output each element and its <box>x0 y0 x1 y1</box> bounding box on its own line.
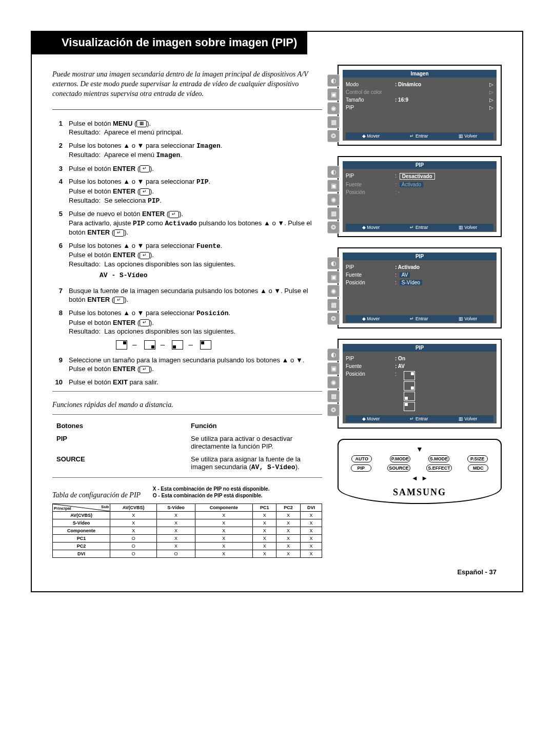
step-6: 6 Pulse los botones ▲ o ▼ para seleccion… <box>52 241 322 282</box>
remote-btn-pip: PIP <box>351 464 371 472</box>
svg-line-0 <box>53 504 110 511</box>
step-8: 8 Pulse los botones ▲ o ▼ para seleccion… <box>52 308 322 352</box>
page-title: Visualización de imagen sobre imagen (PI… <box>31 31 307 54</box>
right-column: ◐▣◉▦❂ Imagen Modo: Dinámico▷ Control de … <box>338 65 502 558</box>
osd-screenshot-2: ◐▣◉▦❂ PIP PIP: Desactivado Fuente: Activ… <box>338 156 502 237</box>
left-column: Puede mostrar una imagen secundaria dent… <box>52 65 322 558</box>
quick-functions-title: Funciones rápidas del mando a distancia. <box>52 401 322 409</box>
remote-btn-smode: S.MODE <box>428 455 450 462</box>
step-5: 5 Pulse de nuevo el botón ENTER (↵). Par… <box>52 209 322 237</box>
pip-config-title: Tabla de configuración de PIP <box>52 491 141 499</box>
remote-btn-seffect: S.EFFECT <box>426 464 452 472</box>
step-2: 2 Pulse los botones ▲ o ▼ para seleccion… <box>52 141 322 160</box>
osd-screenshot-3: ◐▣◉▦❂ PIP PIP: Activado Fuente: AV Posic… <box>338 247 502 328</box>
remote-btn-auto: AUTO <box>351 455 372 462</box>
step-9: 9 Seleccione un tamaño para la imagen se… <box>52 356 322 374</box>
pip-config-legend: X - Esta combinación de PIP no está disp… <box>153 486 270 499</box>
step-3: 3 Pulse el botón ENTER (↵). <box>52 164 322 173</box>
page-footer: Español - 37 <box>52 568 502 576</box>
position-icons-row: – – – <box>115 339 322 350</box>
down-triangle-icon: ▼ <box>343 445 497 453</box>
intro-text: Puede mostrar una imagen secundaria dent… <box>52 70 322 99</box>
step-10: 10 Pulse el botón EXIT para salir. <box>52 378 322 387</box>
osd-screenshot-4: ◐▣◉▦❂ PIP PIP: On Fuente: AV Posición: ◆… <box>338 339 502 429</box>
osd-screenshot-1: ◐▣◉▦❂ Imagen Modo: Dinámico▷ Control de … <box>338 65 502 146</box>
remote-btn-psize: P.SIZE <box>467 455 488 462</box>
remote-control-diagram: ▼ AUTO P.MODE S.MODE P.SIZE PIP SOURCE S… <box>338 439 502 504</box>
remote-btn-source: SOURCE <box>387 464 410 472</box>
brand-logo: SAMSUNG <box>343 487 497 498</box>
quick-functions-table: BotonesFunción PIPSe utiliza para activa… <box>52 419 322 474</box>
pip-config-table: PrincipalSub AV(CVBS)S-VídeoComponentePC… <box>52 503 322 558</box>
step-4: 4 Pulse los botones ▲ o ▼ para seleccion… <box>52 177 322 205</box>
step-7: 7 Busque la fuente de la imagen secundar… <box>52 286 322 304</box>
steps-list: 1 Pulse el botón MENU (▦). Resultado: Ap… <box>52 109 322 387</box>
remote-btn-pmode: P.MODE <box>390 455 410 462</box>
step-1: 1 Pulse el botón MENU (▦). Resultado: Ap… <box>52 119 322 137</box>
remote-btn-mdc: MDC <box>468 464 488 472</box>
manual-page: Visualización de imagen sobre imagen (PI… <box>31 31 523 592</box>
